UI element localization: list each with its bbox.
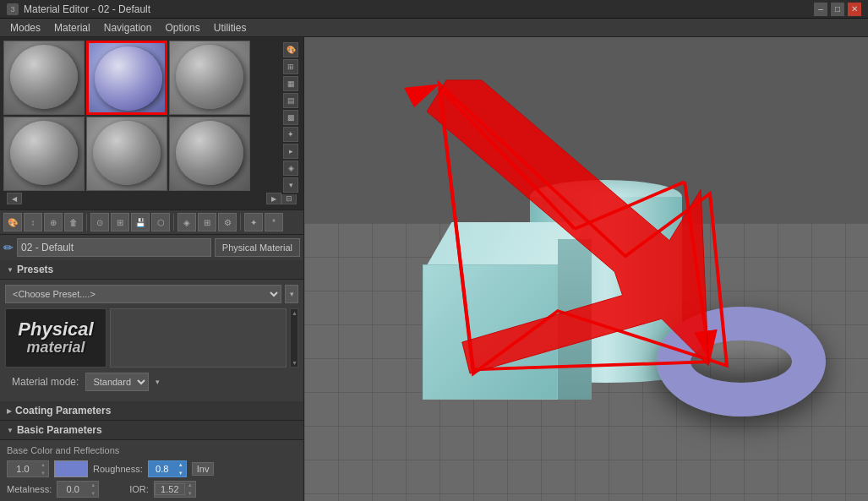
mode-select[interactable]: Standard xyxy=(85,373,149,391)
panel-scroll[interactable]: ▼ Presets <Choose Preset....> ▾ Physical… xyxy=(0,260,303,501)
basic-section-header[interactable]: ▼ Basic Parameters xyxy=(0,421,303,440)
separator-1 xyxy=(86,214,87,231)
preset-scrollbar[interactable]: ▲ ▼ xyxy=(290,308,298,368)
grid-tool-6[interactable]: ✦ xyxy=(283,127,298,142)
base-spin-up[interactable]: ▲ xyxy=(38,460,48,469)
material-name-row: ✏ Physical Material xyxy=(0,235,303,260)
grid-sidebar: 🎨 ⊞ ▦ ▤ ▩ ✦ ▸ ◈ ▾ xyxy=(281,41,300,194)
tool-display[interactable]: ◈ xyxy=(177,213,196,231)
preset-scroll-up[interactable]: ▲ xyxy=(292,310,297,316)
material-cell-3[interactable] xyxy=(169,41,250,115)
metalness-spin-up[interactable]: ▲ xyxy=(88,481,98,489)
cube-container xyxy=(423,264,558,400)
grid-scroll-right[interactable]: ▶ xyxy=(266,193,281,204)
tool-delete[interactable]: 🗑 xyxy=(64,213,83,231)
left-panel: 🎨 ⊞ ▦ ▤ ▩ ✦ ▸ ◈ ▾ ◀ ▶ ⊟ 🎨 xyxy=(0,37,304,501)
scene-objects xyxy=(355,79,851,433)
preset-preview-box xyxy=(110,308,287,368)
ior-value: 1.52 xyxy=(155,483,185,495)
roughness-spinner[interactable]: 0.8 ▲ ▼ xyxy=(148,460,187,477)
grid-scroll-controls: ◀ ▶ ⊟ xyxy=(3,191,300,206)
ior-spin-up[interactable]: ▲ xyxy=(185,481,195,489)
menu-options[interactable]: Options xyxy=(158,20,206,35)
tool-save[interactable]: 💾 xyxy=(131,213,150,231)
ior-spin-down[interactable]: ▼ xyxy=(185,489,195,498)
tool-settings[interactable]: ⊞ xyxy=(198,213,216,231)
menu-material[interactable]: Material xyxy=(47,20,97,35)
maximize-button[interactable]: □ xyxy=(831,3,844,16)
tool-hex[interactable]: ⬡ xyxy=(151,213,170,231)
preset-dropdown[interactable]: <Choose Preset....> xyxy=(5,285,281,303)
grid-tool-7[interactable]: ▸ xyxy=(283,144,298,159)
material-grid xyxy=(3,41,248,191)
viewport[interactable] xyxy=(304,37,868,501)
grid-view-btn[interactable]: ⊟ xyxy=(281,193,297,204)
basic-title: Basic Parameters xyxy=(17,424,102,436)
menu-bar: Modes Material Navigation Options Utilit… xyxy=(0,19,868,37)
coating-title: Coating Parameters xyxy=(15,405,111,417)
color-swatch[interactable] xyxy=(54,460,88,477)
presets-title: Presets xyxy=(17,264,53,275)
grid-tool-2[interactable]: ⊞ xyxy=(283,59,298,74)
close-button[interactable]: ✕ xyxy=(848,3,861,16)
material-cell-1[interactable] xyxy=(3,41,85,115)
roughness-spin-arrows[interactable]: ▲ ▼ xyxy=(176,460,186,477)
material-cell-2[interactable] xyxy=(86,41,167,115)
menu-utilities[interactable]: Utilities xyxy=(207,20,254,35)
grid-tool-4[interactable]: ▤ xyxy=(283,93,298,108)
tool-copy[interactable]: ⊞ xyxy=(111,213,129,231)
grid-scroll-left[interactable]: ◀ xyxy=(7,193,22,204)
tool-extra[interactable]: ✦ xyxy=(244,213,263,231)
tool-misc[interactable]: * xyxy=(265,213,283,231)
material-cell-6[interactable] xyxy=(169,117,250,191)
mode-label: Material mode: xyxy=(12,376,79,388)
tool-load[interactable]: ⊙ xyxy=(90,213,109,231)
minimize-button[interactable]: – xyxy=(814,3,827,16)
metalness-label: Metalness: xyxy=(7,484,52,494)
sphere-6 xyxy=(176,121,243,185)
ior-spinner[interactable]: 1.52 ▲ ▼ xyxy=(154,481,196,498)
material-cell-4[interactable] xyxy=(3,117,85,191)
torus-container xyxy=(657,307,826,417)
base-spin-arrows[interactable]: ▲ ▼ xyxy=(38,460,48,477)
presets-triangle: ▼ xyxy=(7,266,14,274)
base-color-row: 1.0 ▲ ▼ Roughness: 0.8 ▲ ▼ xyxy=(7,460,297,477)
base-value-spinner[interactable]: 1.0 ▲ ▼ xyxy=(7,460,49,477)
main-layout: 🎨 ⊞ ▦ ▤ ▩ ✦ ▸ ◈ ▾ ◀ ▶ ⊟ 🎨 xyxy=(0,37,868,501)
metalness-spin-arrows[interactable]: ▲ ▼ xyxy=(88,481,98,498)
coating-section-header[interactable]: ▶ Coating Parameters xyxy=(0,401,303,421)
preset-dropdown-arrow[interactable]: ▾ xyxy=(285,285,298,303)
base-spin-down[interactable]: ▼ xyxy=(38,469,48,477)
params-subtitle: Base Color and Reflections xyxy=(7,445,297,455)
roughness-spin-down[interactable]: ▼ xyxy=(176,469,186,477)
presets-section-header[interactable]: ▼ Presets xyxy=(0,260,303,280)
material-type-badge: Physical Material xyxy=(215,238,300,257)
material-cell-5[interactable] xyxy=(86,117,167,191)
roughness-spin-up[interactable]: ▲ xyxy=(176,460,186,469)
torus xyxy=(657,307,826,417)
separator-2 xyxy=(173,214,174,231)
grid-tool-3[interactable]: ▦ xyxy=(283,76,298,91)
window-title: Material Editor - 02 - Default xyxy=(24,3,814,15)
grid-tool-5[interactable]: ▩ xyxy=(283,110,298,125)
metalness-spin-down[interactable]: ▼ xyxy=(88,489,98,498)
menu-modes[interactable]: Modes xyxy=(3,20,47,35)
preset-scroll-down[interactable]: ▼ xyxy=(292,360,297,366)
inv-button[interactable]: Inv xyxy=(192,462,215,476)
basic-params-content: Base Color and Reflections 1.0 ▲ ▼ Rough… xyxy=(0,440,303,501)
grid-scroll-down[interactable]: ▾ xyxy=(283,177,298,193)
tool-render[interactable]: ⚙ xyxy=(218,213,237,231)
material-name-input[interactable] xyxy=(17,238,211,257)
cube xyxy=(423,264,558,400)
grid-tool-1[interactable]: 🎨 xyxy=(283,42,298,57)
app-icon: 3 xyxy=(7,3,19,15)
ior-spin-arrows[interactable]: ▲ ▼ xyxy=(185,481,195,498)
tool-arrow[interactable]: ↕ xyxy=(24,213,42,231)
metalness-value: 0.0 xyxy=(57,484,88,494)
tool-palette[interactable]: 🎨 xyxy=(3,213,22,231)
physical-material-thumb[interactable]: Physical material xyxy=(5,308,106,368)
menu-navigation[interactable]: Navigation xyxy=(97,20,159,35)
metalness-spinner[interactable]: 0.0 ▲ ▼ xyxy=(57,481,99,498)
grid-tool-8[interactable]: ◈ xyxy=(283,161,298,176)
tool-pick[interactable]: ⊕ xyxy=(44,213,63,231)
